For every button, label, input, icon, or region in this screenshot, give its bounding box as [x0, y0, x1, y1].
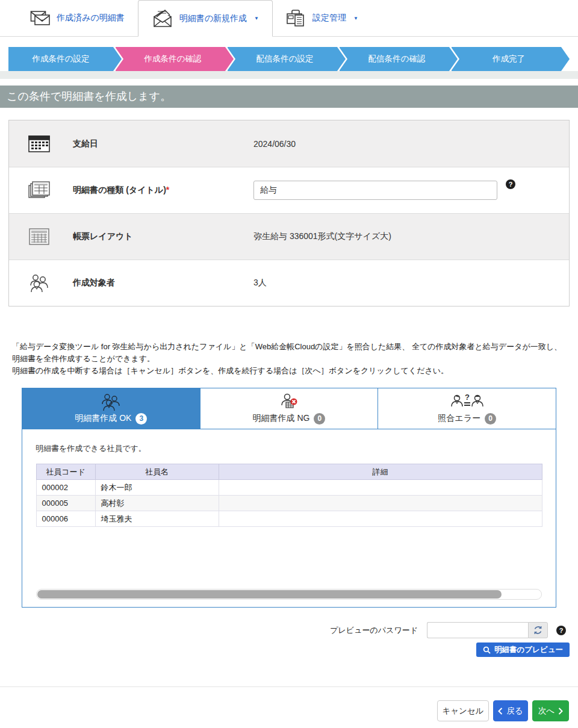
preview-password-input[interactable] [427, 622, 528, 638]
calendar-icon [27, 134, 51, 154]
refresh-icon [533, 626, 542, 635]
nav-tab-label: 明細書の新規作成 [179, 13, 247, 24]
employee-name: 鈴木一郎 [95, 480, 219, 496]
chevron-down-icon: ▼ [254, 16, 259, 21]
svg-text:?: ? [465, 393, 470, 402]
panel-note: 明細書を作成できる社員です。 [22, 429, 556, 454]
employee-detail [219, 480, 542, 496]
employee-list-panel: 明細書を作成できる社員です。 社員コード 社員名 詳細 000002 鈴木一郎 … [22, 429, 556, 608]
magnifier-icon [483, 646, 491, 654]
preview-button-label: 明細書のプレビュー [494, 645, 563, 655]
step-create-confirm: 作成条件の確認 [116, 47, 225, 71]
footer-divider [0, 686, 578, 687]
description-paragraph-1: 「給与データ変換ツール for 弥生給与から出力されたファイル」と「Web給金帳… [12, 341, 566, 365]
chevron-right-icon [558, 708, 563, 715]
tab-match-error[interactable]: ? 照合エラー 0 [378, 388, 556, 429]
preview-button-row: 明細書のプレビュー [0, 642, 570, 657]
result-tabs: 明細書作成 OK 3 明細書作成 NG 0 [22, 388, 556, 429]
top-navigation: 作成済みの明細書 明細書の新規作成 ▼ 設定管理 ▼ [0, 0, 578, 37]
back-button[interactable]: 戻る [493, 700, 528, 721]
employee-table: 社員コード 社員名 詳細 000002 鈴木一郎 000005 高村彰 0000 [36, 464, 542, 527]
footer-buttons: キャンセル 戻る 次へ [0, 700, 569, 721]
table-row[interactable]: 000006 埼玉雅夫 [36, 511, 542, 527]
count-badge: 0 [485, 413, 496, 425]
count-badge: 0 [314, 413, 325, 425]
people-group-icon [27, 273, 51, 293]
nav-tab-settings[interactable]: 設定管理 ▼ [273, 0, 371, 36]
payment-date-value: 2024/06/30 [253, 139, 296, 149]
field-label: 支給日 [73, 138, 253, 149]
sheets-icon [27, 181, 51, 200]
field-label-text: 明細書の種類 (タイトル) [73, 185, 166, 194]
slip-title-row: 明細書の種類 (タイトル)* ? [9, 167, 569, 213]
description-paragraph-2: 明細書の作成を中断する場合は［キャンセル］ボタンを、作成を続行する場合は［次へ］… [12, 365, 566, 377]
target-count-value: 3人 [253, 278, 267, 288]
step-complete: 作成完了 [452, 47, 561, 71]
steps-substrip [0, 71, 578, 79]
nav-tab-label: 設定管理 [312, 13, 346, 23]
help-icon[interactable]: ? [506, 179, 515, 189]
people-ok-icon [99, 393, 123, 411]
step-delivery-settings: 配信条件の設定 [228, 47, 337, 71]
tab-label: 照合エラー [438, 413, 480, 424]
employee-name: 高村彰 [95, 496, 219, 511]
step-delivery-confirm: 配信条件の確認 [340, 47, 449, 71]
open-envelope-icon [152, 10, 173, 28]
column-header-name: 社員名 [95, 464, 219, 480]
match-result-description: 「給与データ変換ツール for 弥生給与から出力されたファイル」と「Web給金帳… [12, 341, 566, 377]
tab-slip-ok[interactable]: 明細書作成 OK 3 [22, 388, 200, 429]
help-icon[interactable]: ? [556, 626, 566, 635]
cancel-button[interactable]: キャンセル [437, 700, 489, 721]
back-button-label: 戻る [506, 706, 523, 717]
employee-detail [219, 496, 542, 511]
table-row[interactable]: 000002 鈴木一郎 [36, 480, 542, 496]
password-label: プレビューのパスワード [330, 625, 418, 636]
slip-preview-button[interactable]: 明細書のプレビュー [476, 642, 570, 657]
briefcase-icon [286, 9, 306, 27]
conditions-summary-panel: 支給日 2024/06/30 明細書の種類 (タイトル)* ? 帳票レイアウト … [8, 120, 570, 306]
nav-tab-label: 作成済みの明細書 [57, 13, 125, 23]
table-row[interactable]: 000005 高村彰 [36, 496, 542, 511]
regenerate-password-button[interactable] [528, 622, 548, 638]
payment-date-row: 支給日 2024/06/30 [9, 120, 569, 167]
report-layout-icon [27, 227, 51, 246]
count-badge: 3 [135, 413, 147, 425]
next-button-label: 次へ [538, 706, 555, 717]
nav-tab-new-slip[interactable]: 明細書の新規作成 ▼ [138, 0, 273, 37]
employee-detail [219, 511, 542, 527]
tab-slip-ng[interactable]: 明細書作成 NG 0 [200, 388, 379, 429]
wizard-progress: 作成条件の設定 作成条件の確認 配信条件の設定 配信条件の確認 作成完了 [8, 47, 570, 71]
field-label: 明細書の種類 (タイトル)* [73, 185, 253, 196]
field-label: 作成対象者 [73, 278, 253, 288]
page-title: この条件で明細書を作成します。 [0, 86, 578, 108]
chevron-left-icon [498, 708, 503, 715]
column-header-detail: 詳細 [219, 464, 542, 480]
tab-label: 明細書作成 NG [253, 413, 310, 424]
scrollbar-thumb[interactable] [37, 590, 502, 599]
person-ng-icon [277, 393, 301, 411]
target-count-row: 作成対象者 3人 [9, 260, 569, 306]
layout-row: 帳票レイアウト 弥生給与 336001形式(文字サイズ大) [9, 213, 569, 260]
employee-code: 000005 [36, 496, 95, 511]
mail-stack-icon [30, 10, 51, 26]
preview-password-row: プレビューのパスワード ? [0, 622, 566, 638]
employee-name: 埼玉雅夫 [95, 511, 219, 527]
slip-title-input[interactable] [253, 181, 497, 200]
horizontal-scrollbar[interactable] [36, 589, 542, 600]
step-create-settings: 作成条件の設定 [8, 47, 113, 71]
match-error-icon: ? [450, 393, 484, 411]
required-asterisk: * [166, 185, 169, 194]
employee-code: 000002 [36, 480, 95, 496]
nav-tab-created-slips[interactable]: 作成済みの明細書 [17, 0, 138, 36]
tab-label: 明細書作成 OK [75, 413, 131, 424]
chevron-down-icon: ▼ [353, 16, 358, 21]
employee-code: 000006 [36, 511, 95, 527]
match-result-area: 明細書作成 OK 3 明細書作成 NG 0 [22, 388, 556, 608]
layout-value: 弥生給与 336001形式(文字サイズ大) [253, 231, 391, 242]
column-header-code: 社員コード [36, 464, 95, 480]
field-label: 帳票レイアウト [73, 231, 253, 242]
next-button[interactable]: 次へ [532, 700, 569, 721]
